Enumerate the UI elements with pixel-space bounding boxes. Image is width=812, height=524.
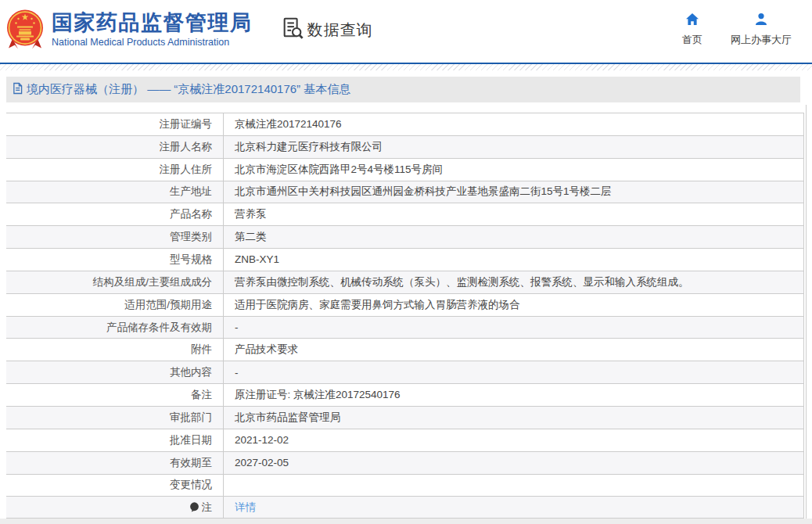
table-row: 注册人名称 北京科力建元医疗科技有限公司 bbox=[6, 135, 803, 158]
brand-title-zh: 国家药品监督管理局 bbox=[52, 12, 253, 35]
home-icon bbox=[685, 13, 699, 30]
table-row: 管理类别 第二类 bbox=[6, 225, 803, 248]
table-row: 型号规格 ZNB-XY1 bbox=[6, 248, 803, 271]
breadcrumb: 境内医疗器械（注册） —— “京械注准20172140176” 基本信息 bbox=[6, 77, 800, 102]
row-label-text: 注 bbox=[202, 501, 213, 515]
nav-item-service-hall[interactable]: 网上办事大厅 bbox=[731, 13, 792, 47]
brand-title-en: National Medical Products Administration bbox=[52, 37, 253, 48]
row-value: 北京科力建元医疗科技有限公司 bbox=[223, 136, 803, 158]
row-value: 适用于医院病房、家庭需要用鼻饲方式输入胃肠营养液的场合 bbox=[223, 294, 803, 316]
nav-home-label: 首页 bbox=[682, 33, 702, 47]
row-value: 营养泵 bbox=[223, 203, 803, 225]
data-query-label: 数据查询 bbox=[307, 20, 373, 41]
document-icon bbox=[13, 82, 23, 98]
table-row: 备注 原注册证号: 京械注准20172540176 bbox=[6, 383, 803, 406]
row-value: 京械注准20172140176 bbox=[223, 113, 803, 135]
row-value: 营养泵由微控制系统、机械传动系统（泵头）、监测检测系统、报警系统、显示和输入系统… bbox=[223, 271, 803, 293]
footer-strip bbox=[0, 519, 812, 524]
row-value: 原注册证号: 京械注准20172540176 bbox=[223, 384, 803, 406]
table-row: 有效期至 2027-02-05 bbox=[6, 451, 803, 474]
table-row: 产品储存条件及有效期 - bbox=[6, 316, 803, 339]
table-row: 结构及组成/主要组成成分 营养泵由微控制系统、机械传动系统（泵头）、监测检测系统… bbox=[6, 271, 803, 293]
scrollbar[interactable] bbox=[806, 105, 809, 524]
row-label: 管理类别 bbox=[6, 226, 223, 248]
row-label: 产品名称 bbox=[6, 203, 223, 225]
registration-detail-table: 注册证编号 京械注准20172140176 注册人名称 北京科力建元医疗科技有限… bbox=[6, 113, 804, 519]
row-value: 第二类 bbox=[223, 226, 803, 248]
row-value: 北京市海淀区体院西路甲2号4号楼115号房间 bbox=[223, 159, 803, 181]
table-row: 变更情况 bbox=[6, 474, 803, 497]
row-label: 产品储存条件及有效期 bbox=[6, 317, 223, 339]
table-row: 其他内容 - bbox=[6, 361, 803, 383]
row-label: 注册证编号 bbox=[6, 113, 223, 135]
row-value: 详情 bbox=[223, 497, 803, 518]
row-value: 2027-02-05 bbox=[223, 452, 803, 474]
row-label: 注册人住所 bbox=[6, 159, 223, 181]
row-value: 北京市通州区中关村科技园区通州园金桥科技产业基地景盛南二街15号1号楼二层 bbox=[223, 181, 803, 203]
row-value: ZNB-XY1 bbox=[223, 249, 803, 271]
data-query-tab[interactable]: 数据查询 bbox=[281, 16, 373, 43]
row-label: 型号规格 bbox=[6, 249, 223, 271]
row-value bbox=[223, 475, 803, 497]
national-emblem-icon bbox=[6, 9, 44, 51]
row-value: - bbox=[223, 317, 803, 339]
site-header: 国家药品监督管理局 National Medical Products Admi… bbox=[0, 0, 812, 63]
row-value: 产品技术要求 bbox=[223, 339, 803, 361]
table-row: 生产地址 北京市通州区中关村科技园区通州园金桥科技产业基地景盛南二街15号1号楼… bbox=[6, 181, 803, 203]
row-label: 生产地址 bbox=[6, 181, 223, 203]
row-label: 有效期至 bbox=[6, 452, 223, 474]
hatch-strip bbox=[0, 64, 812, 70]
table-row: 批准日期 2021-12-02 bbox=[6, 429, 803, 451]
data-query-icon bbox=[281, 16, 304, 43]
nav-service-hall-label: 网上办事大厅 bbox=[731, 33, 792, 47]
row-label: 注 bbox=[6, 497, 223, 518]
row-label: 附件 bbox=[6, 339, 223, 361]
table-row: 附件 产品技术要求 bbox=[6, 338, 803, 361]
nav-item-home[interactable]: 首页 bbox=[682, 13, 702, 47]
row-label: 审批部门 bbox=[6, 407, 223, 429]
table-row: 审批部门 北京市药品监督管理局 bbox=[6, 406, 803, 429]
row-value: 北京市药品监督管理局 bbox=[223, 407, 803, 429]
row-label: 结构及组成/主要组成成分 bbox=[6, 271, 223, 293]
person-icon bbox=[754, 13, 768, 30]
table-row: 注册人住所 北京市海淀区体院西路甲2号4号楼115号房间 bbox=[6, 158, 803, 181]
row-label: 备注 bbox=[6, 384, 223, 406]
row-label: 适用范围/预期用途 bbox=[6, 294, 223, 316]
table-row-note: 注 详情 bbox=[6, 496, 803, 519]
brand-block: 国家药品监督管理局 National Medical Products Admi… bbox=[52, 12, 253, 48]
note-icon bbox=[189, 502, 199, 515]
table-row: 适用范围/预期用途 适用于医院病房、家庭需要用鼻饲方式输入胃肠营养液的场合 bbox=[6, 293, 803, 316]
row-value: - bbox=[223, 361, 803, 383]
table-row: 注册证编号 京械注准20172140176 bbox=[6, 113, 803, 135]
page-title: 境内医疗器械（注册） —— “京械注准20172140176” 基本信息 bbox=[27, 82, 350, 97]
detail-link[interactable]: 详情 bbox=[235, 501, 256, 515]
row-label: 其他内容 bbox=[6, 361, 223, 383]
row-label: 批准日期 bbox=[6, 429, 223, 451]
table-row: 产品名称 营养泵 bbox=[6, 203, 803, 225]
row-label: 变更情况 bbox=[6, 475, 223, 497]
top-nav: 首页 网上办事大厅 bbox=[682, 13, 792, 47]
row-label: 注册人名称 bbox=[6, 136, 223, 158]
row-value: 2021-12-02 bbox=[223, 429, 803, 451]
